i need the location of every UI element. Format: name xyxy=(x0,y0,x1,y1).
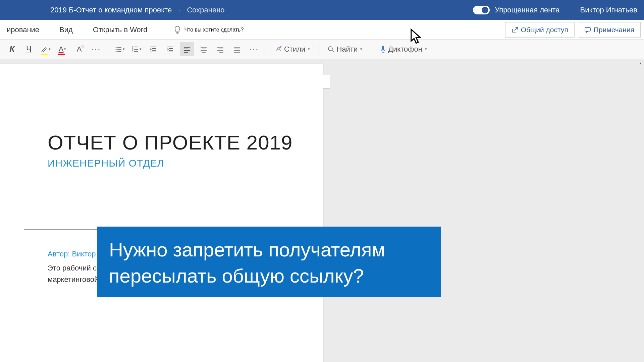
document-canvas[interactable]: ОТЧЕТ О ПРОЕКТЕ 2019 ИНЖЕНЕРНЫЙ ОТДЕЛ Ав… xyxy=(0,59,644,362)
highlight-button[interactable]: ▾ xyxy=(39,42,53,56)
tab-open-in-word[interactable]: Открыть в Word xyxy=(90,24,151,36)
bullets-icon xyxy=(115,46,122,53)
svg-rect-6 xyxy=(117,49,121,50)
svg-rect-38 xyxy=(234,52,240,53)
svg-rect-20 xyxy=(169,48,173,49)
align-center-icon xyxy=(200,46,207,53)
svg-rect-32 xyxy=(219,49,223,49)
outdent-icon xyxy=(150,46,157,53)
svg-rect-12 xyxy=(134,49,138,50)
bullets-button[interactable]: ▾ xyxy=(113,42,127,56)
toolbar: К Ч ▾ А ▾ А◇ ··· ▾ 1 2 3 ▾ xyxy=(0,40,644,59)
indent-icon xyxy=(166,46,174,53)
increase-indent-button[interactable] xyxy=(163,42,177,56)
document-page[interactable]: ОТЧЕТ О ПРОЕКТЕ 2019 ИНЖЕНЕРНЫЙ ОТДЕЛ Ав… xyxy=(0,64,323,362)
svg-rect-33 xyxy=(217,50,223,51)
svg-rect-16 xyxy=(152,48,156,49)
underline-button[interactable]: Ч xyxy=(22,42,36,56)
username[interactable]: Виктор Игнатьев xyxy=(580,6,637,14)
comments-label: Примечания xyxy=(594,26,634,34)
svg-rect-28 xyxy=(202,49,206,49)
tell-me-text: Что вы хотите сделать? xyxy=(184,27,244,33)
callout-text: Нужно запретить получателям пересылать о… xyxy=(109,239,385,287)
svg-rect-37 xyxy=(234,50,240,51)
svg-rect-14 xyxy=(134,51,138,52)
simplified-ribbon-toggle-wrap: Упрощенная лента xyxy=(473,6,559,14)
clear-formatting-button[interactable]: А◇ xyxy=(72,42,86,56)
decrease-indent-button[interactable] xyxy=(146,42,160,56)
svg-rect-8 xyxy=(117,51,121,52)
separator xyxy=(108,43,108,56)
separator xyxy=(371,43,371,56)
toggle-knob xyxy=(482,7,488,13)
numbering-button[interactable]: 1 2 3 ▾ xyxy=(129,42,144,56)
italic-button[interactable]: К xyxy=(5,42,19,56)
separator xyxy=(266,43,266,56)
svg-line-40 xyxy=(332,50,334,52)
document-subheading[interactable]: ИНЖЕНЕРНЫЙ ОТДЕЛ xyxy=(48,158,303,169)
numbering-icon: 1 2 3 xyxy=(131,46,139,53)
font-color-icon: А xyxy=(59,45,64,54)
titlebar: 2019 Б-Отчет о командном проекте - Сохра… xyxy=(0,0,644,20)
svg-point-5 xyxy=(116,49,117,50)
more-font-button[interactable]: ··· xyxy=(89,42,103,56)
more-paragraph-button[interactable]: ··· xyxy=(247,42,261,56)
svg-point-7 xyxy=(116,51,117,52)
share-icon xyxy=(512,26,518,33)
cursor-icon xyxy=(410,28,423,45)
clear-format-icon: А◇ xyxy=(77,45,82,54)
svg-point-39 xyxy=(328,47,332,51)
svg-rect-27 xyxy=(201,47,207,48)
bulb-icon xyxy=(174,26,181,34)
svg-rect-41 xyxy=(382,46,384,50)
scroll-up-arrow[interactable]: ▴ xyxy=(637,60,644,66)
share-button[interactable]: Общий доступ xyxy=(505,22,575,38)
svg-rect-21 xyxy=(169,50,173,51)
svg-rect-25 xyxy=(184,50,190,51)
fontcolor-swatch xyxy=(58,54,65,55)
align-justify-button[interactable] xyxy=(230,42,244,56)
svg-rect-23 xyxy=(184,47,190,48)
tab-partial[interactable]: ирование xyxy=(3,24,43,36)
tab-view[interactable]: Вид xyxy=(56,24,76,36)
svg-rect-35 xyxy=(234,47,240,48)
styles-label: Стили xyxy=(284,45,305,54)
svg-rect-2 xyxy=(585,27,590,31)
page-edge-marker xyxy=(323,74,330,89)
simplified-ribbon-toggle[interactable] xyxy=(473,6,490,14)
svg-rect-26 xyxy=(184,52,188,53)
svg-rect-29 xyxy=(201,50,207,51)
tell-me[interactable]: Что вы хотите сделать? xyxy=(164,26,244,34)
titlebar-right: Упрощенная лента Виктор Игнатьев xyxy=(473,5,637,15)
align-left-icon xyxy=(183,46,191,53)
comment-icon xyxy=(584,26,591,33)
menu-tabs: ирование Вид Открыть в Word Что вы хотит… xyxy=(3,24,244,36)
divider xyxy=(570,5,570,15)
align-center-button[interactable] xyxy=(197,42,211,56)
align-justify-icon xyxy=(233,46,241,53)
title-dash: - xyxy=(178,7,180,13)
saved-status: Сохранено xyxy=(187,6,224,14)
font-color-button[interactable]: А ▾ xyxy=(55,42,69,56)
align-left-button[interactable] xyxy=(180,42,194,56)
simplified-ribbon-label: Упрощенная лента xyxy=(495,6,559,14)
comments-button[interactable]: Примечания xyxy=(578,22,641,38)
document-title[interactable]: 2019 Б-Отчет о командном проекте xyxy=(50,6,172,14)
svg-rect-22 xyxy=(167,52,173,52)
search-icon xyxy=(328,46,334,53)
svg-rect-24 xyxy=(184,49,188,49)
find-label: Найти xyxy=(336,45,358,54)
find-button[interactable]: Найти ▾ xyxy=(324,42,366,56)
highlight-swatch xyxy=(41,54,48,55)
svg-rect-15 xyxy=(150,47,156,47)
share-label: Общий доступ xyxy=(521,26,568,34)
highlight-icon xyxy=(41,46,48,53)
svg-text:3: 3 xyxy=(132,50,133,52)
svg-rect-4 xyxy=(117,47,121,48)
align-right-button[interactable] xyxy=(213,42,227,56)
document-heading[interactable]: ОТЧЕТ О ПРОЕКТЕ 2019 xyxy=(48,131,303,154)
styles-icon xyxy=(275,46,282,53)
align-right-icon xyxy=(217,46,224,53)
styles-button[interactable]: Стили ▾ xyxy=(271,42,314,56)
svg-rect-30 xyxy=(202,52,206,53)
